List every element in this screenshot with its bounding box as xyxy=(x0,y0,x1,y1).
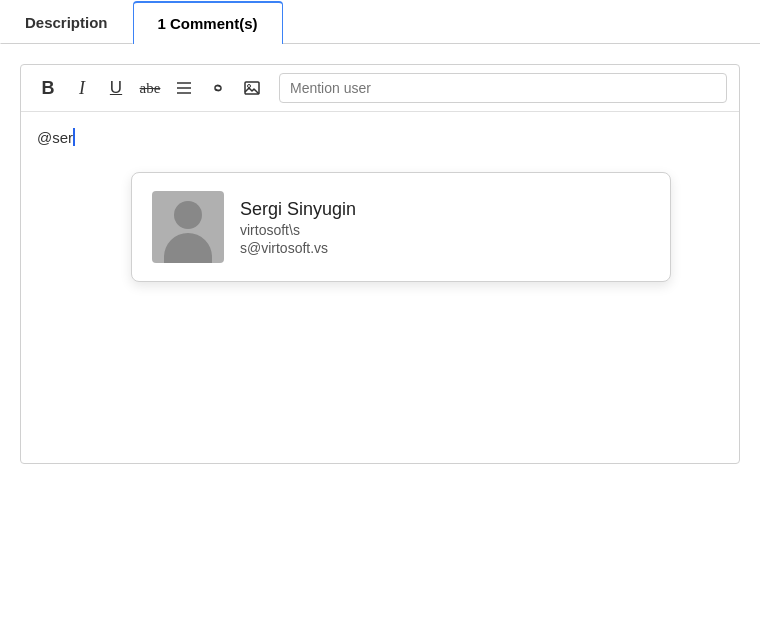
image-button[interactable] xyxy=(237,73,267,103)
page-content: B I U abe xyxy=(0,44,760,484)
editor-content: @ser xyxy=(37,129,73,146)
editor-container: B I U abe xyxy=(20,64,740,464)
mention-user-input[interactable] xyxy=(279,73,727,103)
image-icon xyxy=(243,79,261,97)
italic-button[interactable]: I xyxy=(67,73,97,103)
tab-comments[interactable]: 1 Comment(s) xyxy=(133,1,283,44)
tab-description[interactable]: Description xyxy=(0,1,133,44)
bold-button[interactable]: B xyxy=(33,73,63,103)
list-button[interactable] xyxy=(169,73,199,103)
toolbar: B I U abe xyxy=(21,65,739,112)
mention-info: Sergi Sinyugin virtosoft\s s@virtosoft.v… xyxy=(240,199,356,256)
list-icon xyxy=(175,79,193,97)
svg-point-4 xyxy=(248,85,251,88)
mention-dropdown: Sergi Sinyugin virtosoft\s s@virtosoft.v… xyxy=(131,172,671,282)
text-cursor xyxy=(73,128,75,146)
tabs-bar: Description 1 Comment(s) xyxy=(0,0,760,44)
link-button[interactable] xyxy=(203,73,233,103)
mention-domain: virtosoft\s xyxy=(240,222,356,238)
editor-area[interactable]: @ser Sergi Sinyugin virtosoft\s s@virtos… xyxy=(21,112,739,412)
underline-button[interactable]: U xyxy=(101,73,131,103)
mention-name: Sergi Sinyugin xyxy=(240,199,356,220)
link-icon xyxy=(209,79,227,97)
mention-item[interactable]: Sergi Sinyugin virtosoft\s s@virtosoft.v… xyxy=(140,181,662,273)
avatar xyxy=(152,191,224,263)
strikethrough-button[interactable]: abe xyxy=(135,73,165,103)
mention-email: s@virtosoft.vs xyxy=(240,240,356,256)
